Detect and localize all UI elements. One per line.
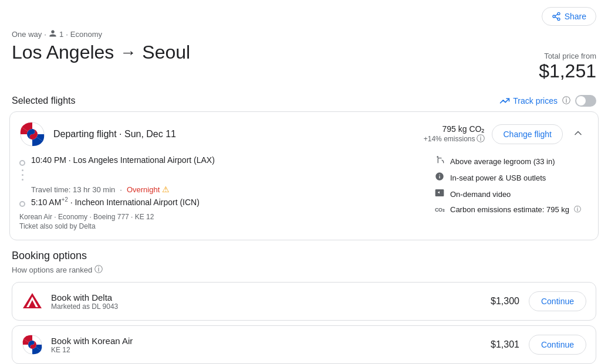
booking-option-delta: Book with Delta Marketed as DL 9043 $1,3… <box>12 282 596 321</box>
flight-details: 10:40 PM · Los Angeles International Air… <box>19 155 586 230</box>
arrival-time-airport: 5:10 AM+2 · Incheon International Airpor… <box>31 196 200 207</box>
korean-air-booking-right: $1,301 Continue <box>491 335 586 355</box>
video-icon <box>434 188 445 200</box>
delta-price: $1,300 <box>491 296 519 307</box>
co2-info-icon[interactable]: ⓘ <box>574 205 581 215</box>
booking-option-delta-left: Book with Delta Marketed as DL 9043 <box>22 291 118 312</box>
svg-line-4 <box>555 14 558 16</box>
amenity-power: In-seat power & USB outlets <box>434 172 586 183</box>
ranking-info-icon[interactable]: ⓘ <box>94 264 103 275</box>
passenger-icon <box>49 29 57 39</box>
departure-dot <box>19 160 25 166</box>
share-icon <box>552 12 561 21</box>
departure-separator: · <box>69 155 73 165</box>
departure-airport: Los Angeles International Airport (LAX) <box>73 155 215 165</box>
korean-air-price: $1,301 <box>491 339 519 350</box>
route-title: Los Angeles → Seoul <box>12 42 190 63</box>
amenity-video: On-demand video <box>434 188 586 200</box>
overnight-badge: Overnight ⚠ <box>127 185 170 194</box>
emissions-info: 795 kg CO₂ +14% emissions ⓘ <box>424 124 485 144</box>
price-label: Total price from <box>539 52 596 60</box>
departure-time: 10:40 PM <box>31 155 66 165</box>
emissions-sub: +14% emissions ⓘ <box>424 134 485 144</box>
selected-flights-header: Selected flights Track prices ⓘ <box>0 88 608 111</box>
track-prices-toggle[interactable] <box>575 95 596 107</box>
trip-meta: One way · 1 · Economy <box>12 29 596 39</box>
amenity-video-text: On-demand video <box>450 190 511 199</box>
chevron-up-icon <box>572 127 584 139</box>
co2-icon: CO₂ <box>434 207 445 213</box>
booking-option-korean-air-left: Book with Korean Air KE 12 <box>22 334 133 355</box>
route-section: One way · 1 · Economy Los Angeles → Seou… <box>0 29 608 88</box>
origin-city: Los Angeles <box>12 42 114 63</box>
price-total: Total price from $1,251 <box>539 52 596 82</box>
amenity-power-text: In-seat power & USB outlets <box>450 174 546 182</box>
route-price-row: Los Angeles → Seoul Total price from $1,… <box>12 42 596 82</box>
arrival-time: 5:10 AM <box>31 198 61 207</box>
emissions-main: 795 kg CO₂ <box>424 124 485 134</box>
airline-logo <box>19 121 45 147</box>
delta-continue-button[interactable]: Continue <box>529 291 586 311</box>
track-prices-info-icon[interactable]: ⓘ <box>562 96 570 106</box>
flight-card: Departing flight · Sun, Dec 11 795 kg CO… <box>9 111 599 240</box>
route-arrow-icon: → <box>120 43 136 62</box>
departure-time-airport: 10:40 PM · Los Angeles International Air… <box>31 155 215 165</box>
flight-card-header: Departing flight · Sun, Dec 11 795 kg CO… <box>19 121 586 147</box>
amenity-legroom: Above average legroom (33 in) <box>434 155 586 167</box>
svg-line-3 <box>555 17 558 19</box>
amenity-co2: CO₂ Carbon emissions estimate: 795 kg ⓘ <box>434 205 586 215</box>
ticket-sold-by: Ticket also sold by Delta <box>19 222 422 230</box>
flight-card-right: 795 kg CO₂ +14% emissions ⓘ Change fligh… <box>424 124 586 144</box>
delta-logo <box>22 291 43 312</box>
share-label: Share <box>565 12 586 21</box>
destination-city: Seoul <box>142 42 190 63</box>
departing-flight-title: Departing flight · Sun, Dec 11 <box>53 129 176 140</box>
travel-time-row: Travel time: 13 hr 30 min · Overnight ⚠ <box>31 185 422 194</box>
flight-left-col: 10:40 PM · Los Angeles International Air… <box>19 155 422 230</box>
delta-booking-name: Book with Delta <box>51 292 118 302</box>
share-button[interactable]: Share <box>542 7 596 26</box>
trip-class: Economy <box>70 30 102 39</box>
track-prices-link[interactable]: Track prices <box>499 96 558 106</box>
ranking-info: How options are ranked ⓘ <box>12 264 596 275</box>
airline-info: Korean Air · Economy · Boeing 777 · KE 1… <box>19 213 422 221</box>
price-value: $1,251 <box>539 60 596 82</box>
korean-air-continue-button[interactable]: Continue <box>529 335 586 355</box>
collapse-button[interactable] <box>570 125 586 144</box>
track-prices-row: Track prices ⓘ <box>499 95 596 107</box>
trend-icon <box>499 96 510 106</box>
top-bar: Share <box>0 0 608 29</box>
amenities: Above average legroom (33 in) In-seat po… <box>434 155 586 230</box>
delta-booking-sub: Marketed as DL 9043 <box>51 302 118 311</box>
trip-type: One way <box>12 30 42 39</box>
seat-icon <box>434 155 445 167</box>
korean-air-booking-name: Book with Korean Air <box>51 336 133 346</box>
amenity-co2-text: Carbon emissions estimate: 795 kg <box>450 205 569 214</box>
passenger-count: 1 <box>59 30 63 39</box>
korean-air-booking-logo <box>22 334 43 355</box>
power-icon <box>434 172 445 183</box>
selected-flights-title: Selected flights <box>12 96 76 106</box>
delta-booking-right: $1,300 Continue <box>491 291 586 311</box>
booking-section: Booking options How options are ranked ⓘ… <box>0 250 608 364</box>
booking-title: Booking options <box>12 250 596 262</box>
travel-time: Travel time: 13 hr 30 min <box>31 185 115 194</box>
amenity-legroom-text: Above average legroom (33 in) <box>450 157 555 166</box>
flight-card-left: Departing flight · Sun, Dec 11 <box>19 121 176 147</box>
booking-option-korean-air: Book with Korean Air KE 12 $1,301 Contin… <box>12 325 596 364</box>
arrival-airport: Incheon International Airport (ICN) <box>75 198 199 207</box>
emissions-info-icon[interactable]: ⓘ <box>477 134 485 144</box>
track-prices-label: Track prices <box>513 96 558 106</box>
warning-icon: ⚠ <box>162 185 170 194</box>
arrival-dot <box>19 201 25 207</box>
change-flight-button[interactable]: Change flight <box>492 124 563 144</box>
korean-air-booking-sub: KE 12 <box>51 346 133 354</box>
arrival-superscript: +2 <box>61 196 67 203</box>
